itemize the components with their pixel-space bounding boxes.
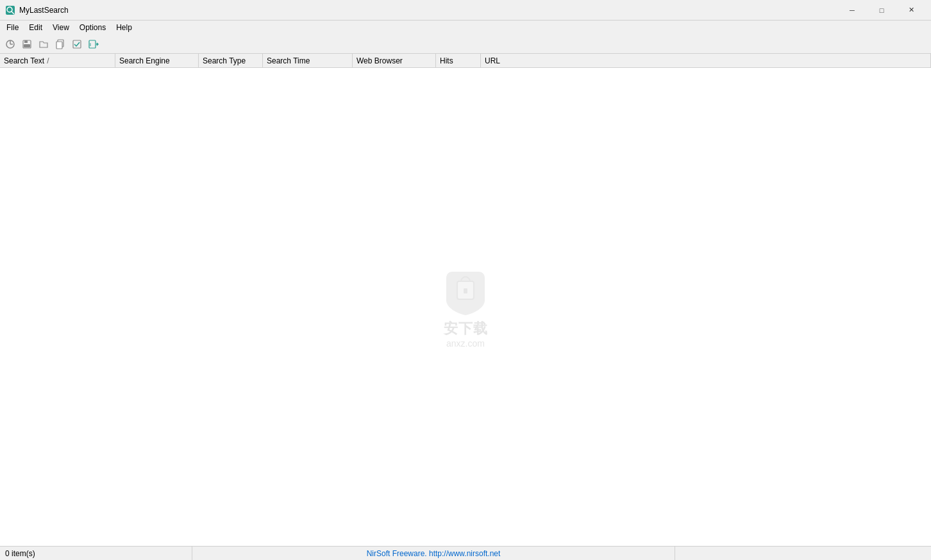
watermark: 安下载 anxz.com	[440, 265, 491, 349]
toolbar-save-btn[interactable]	[19, 37, 35, 52]
menu-file[interactable]: File	[1, 21, 24, 35]
col-header-search-text[interactable]: Search Text /	[0, 54, 115, 67]
status-item-count: 0 item(s)	[0, 547, 192, 560]
main-content: 安下载 anxz.com	[0, 68, 931, 546]
col-header-url[interactable]: URL	[481, 54, 931, 67]
svg-rect-8	[24, 44, 30, 47]
menu-bar: File Edit View Options Help	[0, 21, 931, 35]
status-bar: 0 item(s) NirSoft Freeware. http://www.n…	[0, 546, 931, 560]
svg-rect-16	[464, 288, 467, 293]
svg-rect-11	[73, 40, 81, 48]
title-bar-left: MyLastSearch	[5, 5, 69, 15]
status-freeware: NirSoft Freeware. http://www.nirsoft.net	[192, 549, 675, 558]
menu-view[interactable]: View	[47, 21, 74, 35]
status-right	[675, 547, 931, 560]
svg-text:i: i	[90, 42, 91, 47]
toolbar-export-btn[interactable]: i	[86, 37, 101, 52]
watermark-subtext: anxz.com	[446, 338, 485, 349]
svg-rect-7	[24, 40, 28, 43]
svg-rect-10	[56, 42, 62, 49]
col-header-web-browser[interactable]: Web Browser	[353, 54, 436, 67]
toolbar-select-btn[interactable]	[69, 37, 85, 52]
window-controls: ─ □ ✕	[837, 0, 926, 21]
svg-rect-15	[457, 281, 474, 299]
toolbar-open-btn[interactable]	[36, 37, 51, 52]
column-header-row: Search Text / Search Engine Search Type …	[0, 54, 931, 68]
toolbar: i	[0, 35, 931, 54]
col-header-hits[interactable]: Hits	[436, 54, 481, 67]
menu-help[interactable]: Help	[111, 21, 137, 35]
col-header-search-type[interactable]: Search Type	[199, 54, 263, 67]
minimize-button[interactable]: ─	[837, 0, 867, 21]
toolbar-refresh-btn[interactable]	[3, 37, 18, 52]
menu-edit[interactable]: Edit	[24, 21, 47, 35]
app-icon	[5, 5, 15, 15]
col-header-search-engine[interactable]: Search Engine	[115, 54, 199, 67]
window-title: MyLastSearch	[19, 6, 69, 15]
maximize-button[interactable]: □	[867, 0, 896, 21]
toolbar-copy-btn[interactable]	[53, 37, 68, 52]
watermark-text: 安下载	[444, 319, 488, 338]
close-button[interactable]: ✕	[896, 0, 926, 21]
title-bar: MyLastSearch ─ □ ✕	[0, 0, 931, 21]
col-header-search-time[interactable]: Search Time	[263, 54, 353, 67]
menu-options[interactable]: Options	[74, 21, 111, 35]
